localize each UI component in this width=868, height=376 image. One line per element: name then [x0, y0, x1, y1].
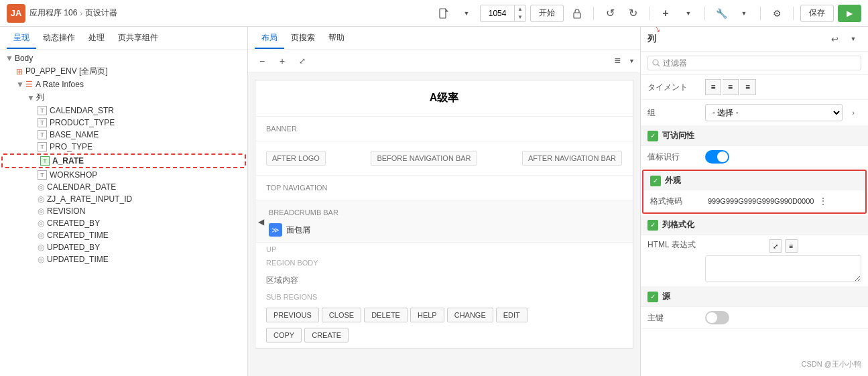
tree-base-name[interactable]: T BASE_NAME	[0, 129, 247, 141]
html-expr-label: HTML 表达式	[647, 239, 701, 251]
accessibility-header[interactable]: ✓ 可访问性	[641, 126, 868, 146]
tree-revision[interactable]: ◎ REVISION	[0, 205, 247, 217]
tab-layout[interactable]: 布局	[255, 27, 284, 49]
edit-btn[interactable]: EDIT	[496, 308, 528, 322]
align-control: ≡ ≡ ≡	[705, 79, 861, 95]
wrench-down-icon[interactable]: ▼	[735, 4, 753, 23]
menu-btn[interactable]: ≡	[609, 52, 626, 70]
collapse-arrow[interactable]: ◀	[255, 217, 267, 227]
bc-icon: ≫	[269, 223, 282, 237]
tree-calendar-str[interactable]: T CALENDAR_STR	[0, 105, 247, 117]
align-right-btn[interactable]: ≡	[740, 79, 756, 95]
page-num-up[interactable]: ▲	[515, 5, 525, 13]
tree-columns-folder[interactable]: ▼ 列	[0, 90, 247, 105]
eye-off-icon: ◎	[38, 255, 44, 264]
app-icon: JA	[7, 4, 25, 23]
share-btn[interactable]: ⚙	[767, 4, 786, 23]
region-content: 区域内容	[255, 269, 633, 292]
tree-a-rate[interactable]: T A_RATE	[1, 153, 246, 168]
copy-btn[interactable]: COPY	[266, 328, 302, 342]
create-btn[interactable]: CREATE	[304, 328, 349, 342]
menu-down[interactable]: ▼	[629, 58, 635, 64]
expand-btn[interactable]: ⤢	[294, 52, 311, 70]
tree-created-time[interactable]: ◎ CREATED_TIME	[0, 229, 247, 241]
after-nav-item[interactable]: AFTER NAVIGATION BAR	[522, 151, 622, 166]
corner-return-btn[interactable]: ↩	[826, 31, 843, 47]
zoom-in-btn[interactable]: +	[273, 52, 291, 70]
eye-off-icon: ◎	[38, 243, 44, 252]
zoom-out-btn[interactable]: −	[253, 52, 271, 70]
page-num-input[interactable]: 1054	[481, 9, 514, 18]
eye-off-icon: ◎	[38, 218, 44, 228]
tree-a-rate-infoes[interactable]: ▼ ☰ A Rate Infoes	[0, 78, 247, 90]
top-nav-section: TOP NAVIGATION	[255, 176, 633, 200]
save-button[interactable]: 保存	[800, 5, 834, 22]
accessibility-check-icon: ✓	[647, 131, 658, 141]
group-expand-btn[interactable]: ›	[845, 105, 861, 121]
primary-key-toggle[interactable]	[705, 311, 729, 324]
file-icon-btn[interactable]	[434, 4, 453, 23]
tree-workshop[interactable]: T WORKSHOP	[0, 169, 247, 181]
align-label: タイメント	[647, 82, 701, 93]
icon-toggle[interactable]	[705, 150, 729, 164]
tree-body[interactable]: ▼ Body	[0, 52, 247, 64]
html-expr-textarea[interactable]	[705, 255, 861, 282]
tab-render[interactable]: 呈现	[7, 27, 36, 49]
primary-key-label: 主键	[647, 312, 701, 324]
tree-updated-by[interactable]: ◎ UPDATED_BY	[0, 241, 247, 253]
tab-dynamic[interactable]: 动态操作	[36, 27, 82, 49]
tab-process[interactable]: 处理	[82, 27, 111, 49]
formatting-header[interactable]: ✓ 列格式化	[641, 215, 868, 235]
tree-created-by[interactable]: ◎ CREATED_BY	[0, 217, 247, 229]
previous-btn[interactable]: PREVIOUS	[266, 308, 319, 322]
logo-nav-row: AFTER LOGO BEFORE NAVIGATION BAR AFTER N…	[266, 147, 622, 170]
tree-pro-type[interactable]: T PRO_TYPE	[0, 141, 247, 153]
tree-updated-time[interactable]: ◎ UPDATED_TIME	[0, 253, 247, 265]
tree-p0-app-env[interactable]: ⊞ P0_APP_ENV [全局页]	[0, 64, 247, 78]
app-name: 应用程序 106	[29, 7, 77, 19]
expand-arrow-infoes[interactable]: ▼	[16, 80, 24, 89]
appearance-header[interactable]: ✓ 外观	[643, 171, 865, 190]
group-label: 组	[647, 107, 701, 119]
align-left-btn[interactable]: ≡	[705, 79, 721, 95]
tree-product-type[interactable]: T PRODUCT_TYPE	[0, 117, 247, 129]
primary-key-control	[705, 311, 861, 324]
more-options-btn[interactable]: ⋮	[816, 194, 830, 208]
tab-shared[interactable]: 页共享组件	[111, 27, 165, 49]
tree-calendar-date[interactable]: ◎ CALENDAR_DATE	[0, 181, 247, 193]
after-logo-item[interactable]: AFTER LOGO	[266, 151, 326, 166]
filter-input[interactable]	[663, 58, 857, 68]
wrench-btn[interactable]: 🔧	[712, 4, 731, 23]
page-canvas: A级率 BANNER AFTER LOGO BEFORE NAVIGATION …	[255, 80, 633, 349]
align-btns: ≡ ≡ ≡	[705, 79, 756, 95]
redo-btn[interactable]: ↻	[623, 4, 642, 23]
align-center-btn[interactable]: ≡	[723, 79, 739, 95]
play-button[interactable]: ▶	[838, 5, 861, 22]
page-num-down[interactable]: ▼	[515, 13, 525, 21]
expand-arrow[interactable]: ▼	[5, 54, 13, 63]
html-expr-list-btn[interactable]: ≡	[785, 239, 798, 253]
expand-arrow-cols[interactable]: ▼	[27, 93, 35, 103]
plus-btn[interactable]: +	[656, 4, 675, 23]
svg-rect-1	[574, 13, 580, 18]
before-nav-item[interactable]: BEFORE NAVIGATION BAR	[371, 151, 477, 166]
plus-down-icon[interactable]: ▼	[679, 4, 698, 23]
corner-down-btn[interactable]: ▼	[845, 31, 861, 47]
source-header[interactable]: ✓ 源	[641, 287, 868, 307]
start-button[interactable]: 开始	[530, 5, 564, 22]
change-btn[interactable]: CHANGE	[447, 308, 493, 322]
divider-2	[649, 7, 649, 20]
col-icon: T	[38, 170, 47, 180]
middle-content: A级率 BANNER AFTER LOGO BEFORE NAVIGATION …	[248, 73, 640, 376]
lock-icon-btn[interactable]	[568, 4, 586, 23]
tree-zj-a-rate[interactable]: ◎ ZJ_A_RATE_INPUT_ID	[0, 193, 247, 205]
help-btn[interactable]: HELP	[410, 308, 444, 322]
tab-page-search[interactable]: 页搜索	[284, 27, 322, 49]
close-btn[interactable]: CLOSE	[322, 308, 361, 322]
group-select[interactable]: - 选择 -	[705, 104, 843, 121]
html-expr-expand-btn[interactable]: ⤢	[769, 239, 782, 253]
file-down-icon[interactable]: ▼	[457, 4, 476, 23]
undo-btn[interactable]: ↺	[601, 4, 619, 23]
delete-btn[interactable]: DELETE	[364, 308, 408, 322]
tab-help[interactable]: 帮助	[322, 27, 351, 49]
